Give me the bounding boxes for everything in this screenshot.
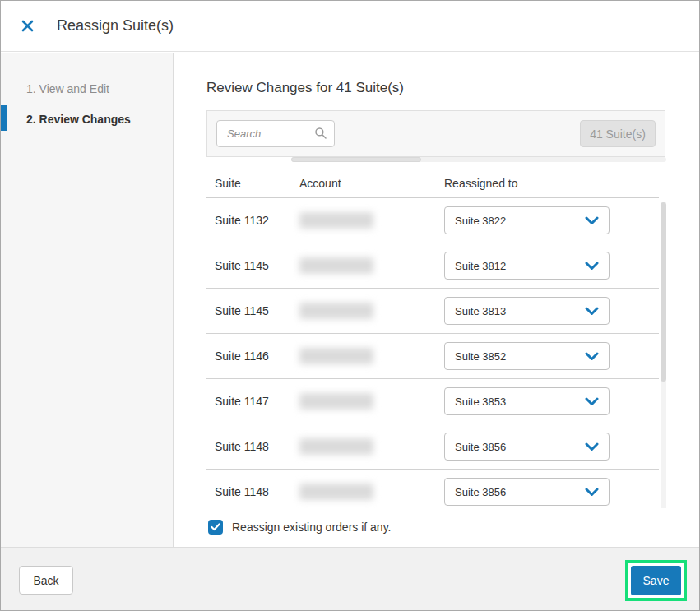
table-row: Suite 1145 Suite 3812 [206,243,659,289]
suite-cell: Suite 1147 [206,395,299,408]
redacted-account-value [299,484,373,500]
column-header-account: Account [299,177,444,190]
suite-cell: Suite 1145 [206,304,299,317]
search-input[interactable] [216,120,335,147]
vertical-scrollbar[interactable] [661,202,666,508]
chevron-down-icon [585,352,599,361]
reassigned-to-dropdown[interactable]: Suite 3852 [444,342,610,370]
reassign-suites-modal: Reassign Suite(s) 1. View and Edit 2. Re… [0,0,700,611]
sidebar-step-view-and-edit[interactable]: 1. View and Edit [26,82,109,95]
checkmark-icon [211,523,220,531]
reassigned-cell: Suite 3856 [444,433,659,461]
reassigned-cell: Suite 3813 [444,297,659,325]
dropdown-selected-value: Suite 3856 [455,486,506,498]
account-cell [299,212,444,229]
dropdown-selected-value: Suite 3856 [455,441,506,453]
table-row: Suite 1146 Suite 3852 [206,334,659,379]
modal-title: Reassign Suite(s) [57,17,174,35]
suite-cell: Suite 1148 [206,440,299,453]
chevron-down-icon [585,442,599,451]
dropdown-selected-value: Suite 3822 [455,215,506,227]
reassigned-to-dropdown[interactable]: Suite 3812 [444,252,610,280]
column-header-reassigned-to: Reassigned to [444,177,659,190]
redacted-account-value [299,303,373,319]
save-button-highlight: Save [625,560,687,601]
suites-count-button[interactable]: 41 Suite(s) [580,120,656,147]
redacted-account-value [299,438,373,455]
reassigned-to-dropdown[interactable]: Suite 3856 [444,478,610,506]
save-button[interactable]: Save [631,566,681,595]
review-changes-table: Suite Account Reassigned to Suite 1132 S… [206,169,659,508]
main-content: Review Changes for 41 Suite(s) 41 Suite(… [174,53,699,547]
account-cell [299,438,444,455]
steps-sidebar: 1. View and Edit 2. Review Changes [1,53,174,547]
reassigned-cell: Suite 3856 [444,478,659,506]
column-header-suite: Suite [206,177,299,190]
reassigned-cell: Suite 3852 [444,342,659,370]
table-row: Suite 1145 Suite 3813 [206,289,659,334]
table-row: Suite 1148 Suite 3856 [206,424,659,470]
reassigned-to-dropdown[interactable]: Suite 3856 [444,433,610,461]
reassign-orders-option: Reassign existing orders if any. [208,520,392,535]
redacted-account-value [299,393,373,410]
reassign-orders-label: Reassign existing orders if any. [232,521,392,534]
dropdown-selected-value: Suite 3852 [455,350,506,363]
dropdown-selected-value: Suite 3813 [455,305,506,317]
chevron-down-icon [585,262,599,271]
reassigned-cell: Suite 3812 [444,252,659,280]
chevron-down-icon [585,488,599,497]
redacted-account-value [299,257,373,274]
reassigned-to-dropdown[interactable]: Suite 3813 [444,297,610,325]
suite-cell: Suite 1145 [206,259,299,272]
page-title: Review Changes for 41 Suite(s) [206,80,404,96]
reassigned-to-dropdown[interactable]: Suite 3853 [444,387,610,415]
account-cell [299,393,444,410]
suite-cell: Suite 1146 [206,349,299,363]
chevron-down-icon [585,397,599,406]
redacted-account-value [299,348,373,364]
horizontal-scrollbar-thumb[interactable] [291,157,421,162]
reassigned-cell: Suite 3853 [444,387,659,415]
table-body: Suite 1132 Suite 3822 Suite 1145 Suite 3… [206,198,659,508]
table-header-row: Suite Account Reassigned to [206,169,659,198]
sidebar-step-review-changes[interactable]: 2. Review Changes [26,113,131,126]
suite-cell: Suite 1148 [206,485,299,498]
suite-cell: Suite 1132 [206,214,299,227]
reassigned-cell: Suite 3822 [444,206,659,234]
table-toolbar: 41 Suite(s) [206,110,665,157]
redacted-account-value [299,212,373,229]
horizontal-scrollbar[interactable] [291,157,666,162]
active-step-indicator [1,105,7,131]
vertical-scrollbar-thumb[interactable] [661,202,666,382]
close-icon[interactable] [17,16,37,36]
chevron-down-icon [585,216,599,225]
table-row: Suite 1147 Suite 3853 [206,379,659,424]
table-row: Suite 1148 Suite 3856 [206,470,659,508]
modal-footer: Back Save [1,547,699,610]
dropdown-selected-value: Suite 3812 [455,260,506,272]
table-row: Suite 1132 Suite 3822 [206,198,659,243]
reassigned-to-dropdown[interactable]: Suite 3822 [444,206,610,234]
modal-header: Reassign Suite(s) [1,1,699,52]
account-cell [299,348,444,364]
account-cell [299,303,444,319]
chevron-down-icon [585,307,599,316]
search-field-wrap [216,120,335,147]
account-cell [299,257,444,274]
back-button[interactable]: Back [19,566,73,595]
dropdown-selected-value: Suite 3853 [455,396,506,408]
account-cell [299,484,444,500]
reassign-orders-checkbox[interactable] [208,520,223,535]
